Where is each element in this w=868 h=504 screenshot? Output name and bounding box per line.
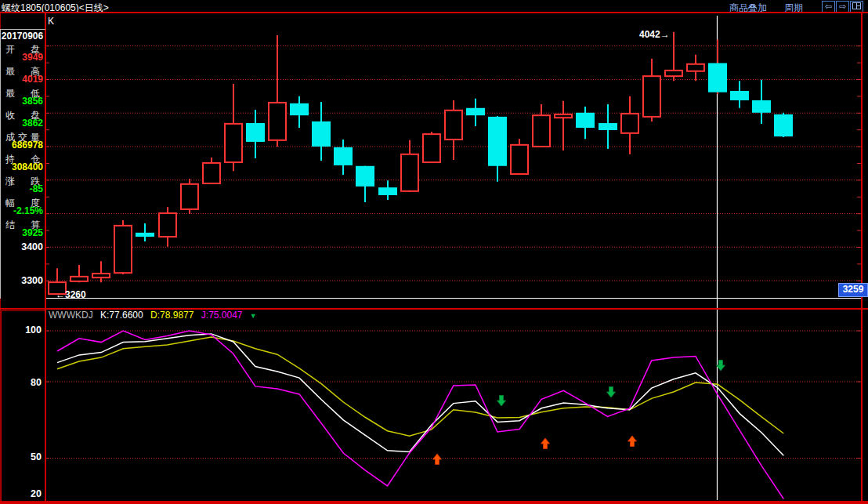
titlebar-divider [0, 12, 868, 13]
window-bottom-border [0, 501, 868, 504]
candle-2[interactable] [71, 265, 88, 282]
candle-body-down [708, 63, 727, 92]
candle-11[interactable] [269, 35, 286, 147]
signal-up-arrow-icon [541, 438, 550, 449]
candle-26[interactable] [599, 104, 617, 149]
kdj-axis-box [1, 310, 45, 502]
candle-32[interactable] [730, 81, 749, 108]
kdj-j-value: J:75.0047 [201, 310, 243, 321]
field-value-open: 3949 [0, 52, 43, 63]
kdj-d-line [57, 337, 783, 436]
candle-14[interactable] [334, 140, 353, 175]
kdj-indicator-name: WWWKDJ [49, 310, 93, 321]
signal-up-arrow-icon [628, 436, 637, 447]
field-value-close: 3862 [0, 118, 43, 129]
candle-31[interactable] [708, 40, 727, 95]
candle-20[interactable] [466, 99, 485, 126]
candle-body-down [752, 100, 771, 113]
candle-body-down [290, 103, 309, 115]
signal-up-arrow-icon [433, 454, 442, 465]
candle-body-up [92, 274, 110, 277]
kdj-axis-80: 80 [0, 377, 42, 388]
candle-body-up [181, 184, 198, 209]
candle-body-down [246, 123, 265, 142]
candle-3[interactable] [92, 261, 110, 282]
candle-body-up [533, 115, 550, 147]
candle-4[interactable] [114, 220, 132, 274]
candle-16[interactable] [378, 180, 397, 200]
candle-25[interactable] [576, 107, 595, 139]
candle-body-down [136, 233, 154, 237]
candle-body-up [621, 114, 638, 133]
kdj-j-line [57, 331, 783, 499]
candle-6[interactable] [159, 207, 176, 247]
window-right-border [861, 13, 863, 502]
candle-body-down [378, 187, 397, 195]
pane-indicator-letter: K [48, 16, 54, 27]
candle-34[interactable] [774, 113, 793, 137]
quote-date: 20170906 [1, 31, 44, 42]
split-window-icon[interactable] [850, 1, 863, 13]
candle-body-down [312, 121, 331, 147]
candle-5[interactable] [136, 223, 154, 241]
candle-body-down [730, 91, 749, 100]
chart-plot[interactable] [0, 0, 868, 504]
trading-app-window: 螺纹1805(010605)<日线> 商品叠加 周期 ⇦ ⇨ 20170906 … [0, 0, 868, 504]
price-axis-3400: 3400 [0, 241, 43, 252]
kdj-k-line [57, 334, 783, 455]
candle-28[interactable] [643, 59, 660, 121]
candle-24[interactable] [555, 101, 572, 150]
candle-22[interactable] [511, 139, 528, 175]
kdj-axis-20: 20 [0, 488, 42, 499]
candle-13[interactable] [312, 102, 331, 161]
candle-body-down [488, 117, 507, 166]
candle-body-up [269, 103, 286, 140]
field-value-changepct: -2.15% [0, 205, 43, 216]
candle-body-up [643, 76, 660, 117]
candle-15[interactable] [356, 166, 374, 202]
candle-body-up [665, 71, 682, 76]
kdj-readout: WWWKDJ K:77.6600 D:78.9877 J:75.0047 ▼ [49, 310, 262, 321]
low-price-annotation: ←3260 [56, 289, 86, 300]
candle-body-down [334, 147, 353, 165]
candle-30[interactable] [687, 55, 704, 81]
field-value-volume: 686978 [0, 140, 43, 150]
candle-body-up [203, 163, 220, 183]
candle-body-down [599, 123, 617, 130]
candle-body-up [511, 145, 528, 174]
signal-down-arrow-icon [497, 396, 506, 407]
candle-body-up [159, 213, 176, 237]
candle-33[interactable] [752, 80, 771, 124]
candle-body-up [401, 154, 418, 191]
candle-21[interactable] [488, 116, 507, 182]
kdj-d-value: D:78.9877 [150, 310, 193, 321]
crosshair-price-tag: 3259 [838, 283, 868, 297]
candle-9[interactable] [225, 84, 242, 171]
candle-27[interactable] [621, 96, 638, 154]
candle-body-up [114, 226, 132, 273]
forward-arrow-icon[interactable]: ⇨ [836, 1, 849, 13]
candle-12[interactable] [290, 96, 309, 128]
back-arrow-icon[interactable]: ⇦ [822, 1, 835, 13]
candle-19[interactable] [445, 100, 462, 160]
candle-body-down [466, 108, 485, 115]
candle-body-up [71, 277, 88, 281]
candle-23[interactable] [533, 104, 550, 147]
candle-10[interactable] [246, 110, 265, 158]
kdj-axis-50: 50 [0, 451, 42, 462]
candle-17[interactable] [401, 140, 418, 192]
candle-8[interactable] [203, 158, 220, 184]
high-price-annotation: 4042→ [639, 29, 670, 40]
price-axis-3300: 3300 [0, 275, 43, 286]
candle-body-down [356, 166, 374, 187]
j-direction-down-icon: ▼ [250, 312, 257, 320]
kdj-axis-100: 100 [0, 325, 42, 335]
candle-7[interactable] [181, 179, 198, 214]
candle-body-up [445, 111, 462, 140]
candle-body-up [687, 64, 704, 71]
field-value-low: 3856 [0, 96, 43, 107]
candle-body-up [555, 114, 572, 118]
candle-body-up [423, 134, 440, 162]
candle-18[interactable] [423, 132, 440, 163]
candle-body-up [225, 124, 242, 162]
